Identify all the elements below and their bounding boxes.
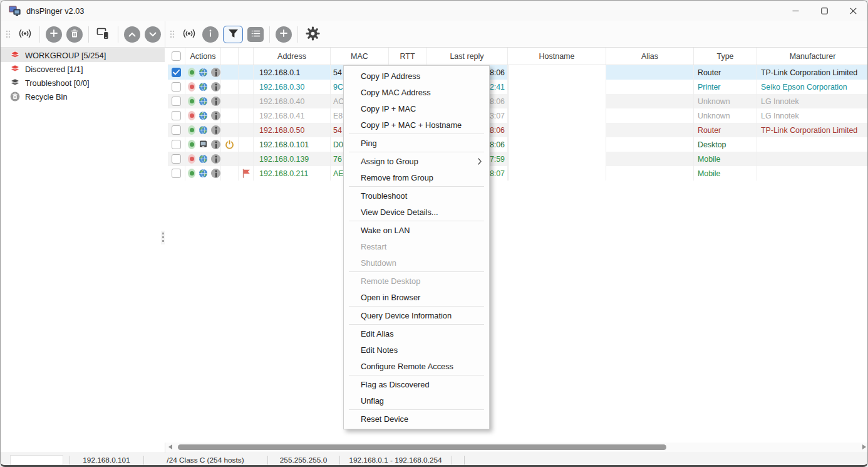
hostname-cell[interactable] <box>508 166 606 181</box>
power-icon[interactable] <box>225 140 234 149</box>
monitor-icon[interactable] <box>199 140 208 149</box>
menu-item-view-device-details[interactable]: View Device Details... <box>344 204 489 220</box>
column-header-last-reply[interactable]: Last reply <box>426 48 508 65</box>
info-icon[interactable] <box>211 125 220 135</box>
hostname-cell[interactable] <box>508 94 606 108</box>
menu-item-copy-ip-mac[interactable]: Copy IP + MAC <box>344 100 489 117</box>
device-row[interactable]: 192.168.0.505458:06RouterTP-Link Corpora… <box>168 123 868 137</box>
column-header-alias[interactable]: Alias <box>606 48 694 65</box>
minimize-button[interactable] <box>781 1 810 21</box>
hostname-cell[interactable] <box>508 123 606 137</box>
address-cell[interactable]: 192.168.0.139 <box>254 152 331 166</box>
globe-icon[interactable] <box>199 169 208 178</box>
manufacturer-cell[interactable]: LG Innotek <box>757 94 868 108</box>
info-icon[interactable] <box>211 97 220 106</box>
select-checkbox[interactable] <box>172 111 181 120</box>
alias-cell[interactable] <box>606 166 694 181</box>
settings-button[interactable] <box>304 26 321 43</box>
address-cell[interactable]: 192.168.0.40 <box>254 94 331 108</box>
info-icon[interactable] <box>211 154 220 164</box>
info-button[interactable] <box>202 26 219 43</box>
devices-button[interactable] <box>95 26 112 43</box>
hostname-cell[interactable] <box>508 152 606 166</box>
manufacturer-cell[interactable]: TP-Link Corporation Limited <box>757 65 868 80</box>
info-icon[interactable] <box>211 111 220 120</box>
device-row[interactable]: 192.168.0.15458:06RouterTP-Link Corporat… <box>168 65 868 80</box>
menu-item-edit-alias[interactable]: Edit Alias <box>344 325 489 342</box>
address-cell[interactable]: 192.168.0.1 <box>254 65 331 80</box>
manufacturer-cell[interactable]: Seiko Epson Corporation <box>757 80 868 94</box>
manufacturer-cell[interactable]: LG Innotek <box>757 108 868 123</box>
type-cell[interactable]: Printer <box>694 80 757 94</box>
info-icon[interactable] <box>211 169 220 178</box>
device-row[interactable]: 192.168.0.1397657:59Mobile <box>168 152 868 166</box>
menu-item-query-device-information[interactable]: Query Device Information <box>344 307 489 323</box>
column-header-mac[interactable]: MAC <box>331 48 389 65</box>
select-checkbox[interactable] <box>172 125 181 135</box>
hostname-cell[interactable] <box>508 137 606 152</box>
alias-cell[interactable] <box>606 65 694 80</box>
menu-item-troubleshoot[interactable]: Troubleshoot <box>344 187 489 204</box>
add-button[interactable] <box>276 26 292 43</box>
menu-item-copy-ip-mac-hostname[interactable]: Copy IP + MAC + Hostname <box>344 117 489 133</box>
device-row[interactable]: 192.168.0.40AC58:06UnknownLG Innotek <box>168 94 868 108</box>
manufacturer-cell[interactable] <box>757 166 868 181</box>
sidebar-item-troubleshoot[interactable]: Troubleshoot [0/0] <box>1 76 165 90</box>
drag-handle-icon[interactable] <box>170 29 176 40</box>
filter-button[interactable] <box>223 26 243 43</box>
menu-item-assign-to-group[interactable]: Assign to Group <box>344 153 489 169</box>
column-header-address[interactable]: Address <box>254 48 331 65</box>
scroll-right-arrow[interactable] <box>862 444 866 449</box>
alias-cell[interactable] <box>606 94 694 108</box>
menu-item-flag-as-discovered[interactable]: Flag as Discovered <box>344 376 489 392</box>
scrollbar-thumb[interactable] <box>178 444 666 450</box>
menu-item-copy-mac-address[interactable]: Copy MAC Address <box>344 84 489 100</box>
header-select-all-checkbox[interactable] <box>168 48 185 65</box>
globe-icon[interactable] <box>199 82 208 92</box>
broadcast-button[interactable] <box>180 26 198 43</box>
device-row[interactable]: 192.168.0.41E853:07UnknownLG Innotek <box>168 108 868 123</box>
info-icon[interactable] <box>211 68 220 77</box>
type-cell[interactable]: Router <box>694 65 757 80</box>
select-checkbox[interactable] <box>172 169 181 178</box>
address-cell[interactable]: 192.168.0.101 <box>254 137 331 152</box>
menu-item-unflag[interactable]: Unflag <box>344 392 489 409</box>
select-checkbox[interactable] <box>172 154 181 164</box>
drag-handle-icon[interactable] <box>6 29 12 40</box>
list-button[interactable] <box>247 27 264 42</box>
globe-icon[interactable] <box>199 111 208 120</box>
delete-button[interactable] <box>66 26 83 43</box>
address-cell[interactable]: 192.168.0.30 <box>254 80 331 94</box>
select-checkbox[interactable] <box>172 140 181 149</box>
close-button[interactable] <box>839 1 867 21</box>
device-row[interactable]: 192.168.0.309C52:41PrinterSeiko Epson Co… <box>168 80 868 94</box>
column-header-manufacturer[interactable]: Manufacturer <box>757 48 868 65</box>
manufacturer-cell[interactable] <box>757 152 868 166</box>
menu-item-ping[interactable]: Ping <box>344 135 489 151</box>
globe-icon[interactable] <box>199 97 208 106</box>
device-row[interactable]: 192.168.0.101D058:06Desktop <box>168 137 868 152</box>
maximize-button[interactable] <box>810 1 839 21</box>
broadcast-button[interactable] <box>16 26 34 43</box>
globe-icon[interactable] <box>199 68 208 77</box>
column-header-actions[interactable]: Actions <box>185 48 221 65</box>
add-button[interactable] <box>46 26 62 43</box>
info-icon[interactable] <box>211 140 220 149</box>
type-cell[interactable]: Unknown <box>694 108 757 123</box>
column-header-rtt[interactable]: RTT <box>389 48 426 65</box>
horizontal-scrollbar[interactable] <box>165 443 868 452</box>
hostname-cell[interactable] <box>508 65 606 80</box>
sidebar-item-recycle[interactable]: Recycle Bin <box>1 90 165 103</box>
scroll-left-arrow[interactable] <box>168 444 172 449</box>
menu-item-remove-from-group[interactable]: Remove from Group <box>344 169 489 186</box>
select-checkbox[interactable] <box>172 97 181 106</box>
column-header-type[interactable]: Type <box>694 48 757 65</box>
select-checkbox[interactable] <box>172 82 181 92</box>
menu-item-reset-device[interactable]: Reset Device <box>344 411 489 427</box>
menu-item-edit-notes[interactable]: Edit Notes <box>344 342 489 358</box>
address-cell[interactable]: 192.168.0.41 <box>254 108 331 123</box>
info-icon[interactable] <box>211 82 220 92</box>
sidebar-item-discovered[interactable]: Discovered [1/1] <box>1 62 165 76</box>
move-up-button[interactable] <box>124 26 140 43</box>
alias-cell[interactable] <box>606 80 694 94</box>
